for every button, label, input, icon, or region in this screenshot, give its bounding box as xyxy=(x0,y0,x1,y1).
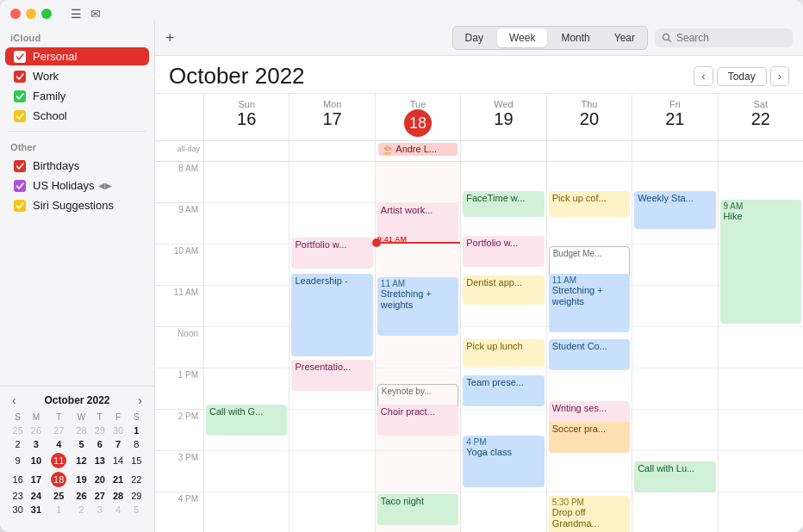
mini-cal-day[interactable]: 1 xyxy=(46,503,72,517)
sidebar-item-siri[interactable]: Siri Suggestions xyxy=(5,196,149,214)
prev-week-button[interactable]: ‹ xyxy=(694,66,713,86)
mini-cal-day[interactable]: 14 xyxy=(109,451,127,470)
allday-sun xyxy=(203,141,289,161)
event-budget-me[interactable]: Budget Me... xyxy=(549,246,630,277)
sidebar-toggle-icon[interactable]: ☰ xyxy=(71,7,82,21)
sidebar-item-birthdays[interactable]: Birthdays xyxy=(5,157,149,175)
allday-row: all-day 🎂 Andre L... xyxy=(155,141,803,162)
mini-cal-day[interactable]: 31 xyxy=(27,503,45,517)
inbox-icon[interactable]: ✉ xyxy=(90,7,101,21)
event-presentation[interactable]: Presentatio... xyxy=(291,360,372,391)
mini-cal-day[interactable]: 13 xyxy=(90,451,109,470)
tab-month[interactable]: Month xyxy=(549,27,601,49)
day-header-wed: Wed 19 xyxy=(460,94,545,140)
mini-cal-day[interactable]: 26 xyxy=(27,424,45,437)
event-stretching-tue[interactable]: 11 AM Stretching + weights xyxy=(377,277,458,336)
event-portfolio-wed[interactable]: Portfolio w... xyxy=(463,236,544,267)
tab-day[interactable]: Day xyxy=(453,27,495,49)
mini-cal-day[interactable]: 20 xyxy=(90,470,109,489)
event-hike[interactable]: 9 AM Hike xyxy=(720,200,801,324)
mini-cal-day[interactable]: 17 xyxy=(27,470,45,489)
event-team-prese[interactable]: Team prese... xyxy=(463,375,544,406)
today-button[interactable]: Today xyxy=(717,67,767,86)
topbar: + Day Week Month Year xyxy=(155,21,803,56)
event-portfolio-mon[interactable]: Portfolio w... xyxy=(291,238,372,269)
mini-cal-day[interactable]: 15 xyxy=(128,451,146,470)
mini-cal-day[interactable]: 21 xyxy=(109,470,127,489)
event-leadership[interactable]: Leadership - xyxy=(291,274,372,356)
mini-cal-day[interactable]: 26 xyxy=(72,489,90,503)
sidebar-item-family[interactable]: Family xyxy=(5,87,149,105)
mini-cal-day[interactable]: 16 xyxy=(9,470,27,489)
mini-cal-today[interactable]: 11 xyxy=(46,451,72,470)
allday-event-andre[interactable]: 🎂 Andre L... xyxy=(378,143,458,156)
mini-cal-day[interactable]: 5 xyxy=(72,437,90,451)
mini-cal-day[interactable]: 19 xyxy=(72,470,90,489)
event-dentist[interactable]: Dentist app... xyxy=(463,275,544,305)
mini-cal-day[interactable]: 3 xyxy=(27,437,45,451)
mini-cal-day[interactable]: 6 xyxy=(90,437,109,451)
mini-cal-day[interactable]: 10 xyxy=(27,451,45,470)
minimize-button[interactable] xyxy=(26,9,36,19)
mini-cal-day[interactable]: 2 xyxy=(9,437,27,451)
event-weekly-sta[interactable]: Weekly Sta... xyxy=(634,191,715,229)
mini-cal-day[interactable]: 4 xyxy=(109,503,127,517)
mini-cal-day[interactable]: 28 xyxy=(109,489,127,503)
mini-cal-day[interactable]: 22 xyxy=(128,470,146,489)
mini-cal-day[interactable]: 9 xyxy=(9,451,27,470)
mini-cal-day[interactable]: 27 xyxy=(90,489,109,503)
event-choir[interactable]: Choir pract... xyxy=(377,405,458,436)
mini-cal-day[interactable]: 12 xyxy=(72,451,90,470)
event-pickup-coffee[interactable]: Pick up cof... xyxy=(549,191,630,217)
mini-cal-day[interactable]: 25 xyxy=(46,489,72,503)
sync-icon: ◀▶ xyxy=(98,181,112,190)
allday-mon xyxy=(289,141,374,161)
sidebar-item-personal[interactable]: Personal xyxy=(5,47,149,65)
sidebar-item-us-holidays[interactable]: US Holidays ◀▶ xyxy=(5,176,149,195)
mini-cal-today[interactable]: 18 xyxy=(46,470,72,489)
mini-cal-day[interactable]: 7 xyxy=(109,437,127,451)
mini-cal-day[interactable]: 8 xyxy=(128,437,146,451)
tab-year[interactable]: Year xyxy=(602,27,647,49)
day-col-thu: Pick up cof... Budget Me... 11 AM Stretc… xyxy=(546,162,632,532)
event-pickup-lunch[interactable]: Pick up lunch xyxy=(463,339,544,367)
search-box[interactable] xyxy=(655,28,793,47)
mini-cal-day[interactable]: 3 xyxy=(90,503,109,517)
event-student-co[interactable]: Student Co... xyxy=(549,339,630,370)
mini-cal-day[interactable]: 30 xyxy=(109,424,127,437)
mini-cal-day[interactable]: 25 xyxy=(9,424,27,437)
maximize-button[interactable] xyxy=(41,9,52,19)
event-yoga[interactable]: 4 PM Yoga class xyxy=(463,436,544,487)
mini-cal-day[interactable]: 5 xyxy=(128,503,146,517)
event-taco-night[interactable]: Taco night xyxy=(377,494,458,525)
add-event-button[interactable]: + xyxy=(165,29,175,47)
day-header-thu: Thu 20 xyxy=(546,94,632,140)
event-dropoff[interactable]: 5:30 PM Drop off Grandma... xyxy=(549,496,630,532)
next-week-button[interactable]: › xyxy=(770,66,789,86)
mini-cal-day[interactable]: 1 xyxy=(128,424,146,437)
mini-cal-day[interactable]: 29 xyxy=(128,489,146,503)
mini-cal-day[interactable]: 4 xyxy=(46,437,72,451)
mini-cal-day[interactable]: 24 xyxy=(27,489,45,503)
event-soccer-pra[interactable]: Soccer pra... xyxy=(549,422,630,453)
other-label: Other xyxy=(0,137,154,156)
mini-cal-day[interactable]: 29 xyxy=(90,424,109,437)
day-header-mon: Mon 17 xyxy=(289,94,374,140)
search-input[interactable] xyxy=(676,32,780,44)
mini-cal-day[interactable]: 27 xyxy=(46,424,72,437)
mini-cal-day[interactable]: 23 xyxy=(9,489,27,503)
mini-cal-day[interactable]: 30 xyxy=(9,503,27,517)
mini-cal-day[interactable]: 2 xyxy=(72,503,90,517)
event-facetime[interactable]: FaceTime w... xyxy=(463,191,544,217)
event-stretching-thu[interactable]: 11 AM Stretching + weights xyxy=(549,274,630,332)
mini-cal-prev[interactable]: ‹ xyxy=(9,393,20,407)
event-call-with-lu[interactable]: Call with Lu... xyxy=(634,461,715,492)
mini-cal-next[interactable]: › xyxy=(134,393,146,407)
mini-cal-day[interactable]: 28 xyxy=(72,424,90,437)
week-scroll[interactable]: 8 AM 9 AM 10 AM 11 AM Noon 1 PM 2 PM 3 P… xyxy=(155,162,803,532)
close-button[interactable] xyxy=(10,9,21,19)
sidebar-item-work[interactable]: Work xyxy=(5,67,149,85)
tab-week[interactable]: Week xyxy=(497,28,547,47)
event-call-with-g[interactable]: Call with G... xyxy=(206,405,287,436)
sidebar-item-school[interactable]: School xyxy=(5,107,149,125)
